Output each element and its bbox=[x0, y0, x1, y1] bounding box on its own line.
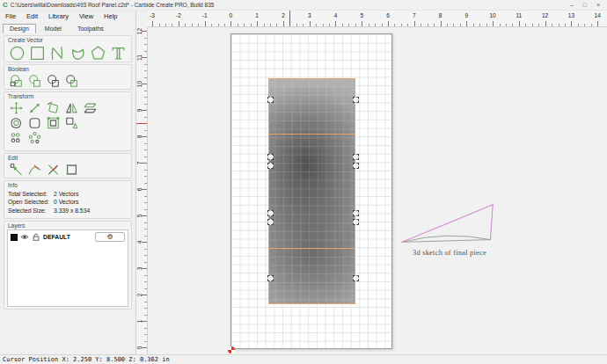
ruler-label: 9 bbox=[460, 12, 472, 18]
ruler-tick bbox=[466, 21, 467, 26]
ruler-tick bbox=[264, 24, 265, 26]
layer-row[interactable]: DEFAULT ⚙ bbox=[8, 230, 128, 244]
app-logo-icon: C bbox=[3, 2, 8, 9]
ruler-label: 0 bbox=[224, 12, 237, 18]
ruler-label: 2 bbox=[277, 12, 289, 18]
ruler-label: 10 bbox=[486, 12, 499, 18]
sketch-drawing[interactable] bbox=[396, 200, 503, 246]
info-label: Total Selected: bbox=[8, 191, 54, 197]
boolean-union-icon[interactable] bbox=[9, 74, 24, 88]
shape-divider-line bbox=[269, 248, 355, 249]
ruler-tick bbox=[348, 24, 349, 26]
selection-handle[interactable] bbox=[267, 97, 274, 103]
selection-handle[interactable] bbox=[267, 154, 274, 160]
ruler-tick bbox=[441, 21, 442, 26]
curve-icon[interactable] bbox=[49, 45, 66, 62]
boolean-intersect-icon[interactable] bbox=[46, 74, 61, 88]
ruler-label: 4 bbox=[329, 12, 341, 18]
maximize-button[interactable]: □ bbox=[583, 1, 587, 10]
layer-lock-icon[interactable] bbox=[32, 233, 40, 241]
selected-model-shape[interactable] bbox=[268, 78, 355, 304]
selection-handle[interactable] bbox=[267, 163, 274, 169]
polygon-icon[interactable] bbox=[90, 45, 106, 62]
nest-icon[interactable] bbox=[64, 116, 79, 130]
move-icon[interactable] bbox=[9, 101, 24, 115]
mirror-icon[interactable] bbox=[64, 101, 79, 115]
close-button[interactable]: × bbox=[596, 1, 600, 10]
selection-handle[interactable] bbox=[353, 275, 359, 281]
join-icon[interactable] bbox=[64, 163, 79, 177]
layer-color-swatch[interactable] bbox=[11, 234, 18, 241]
selection-handle[interactable] bbox=[353, 154, 359, 160]
align-icon[interactable] bbox=[46, 116, 61, 130]
rectangle-icon[interactable] bbox=[29, 45, 46, 62]
closed-curve-icon[interactable] bbox=[69, 45, 86, 62]
ruler-tick bbox=[486, 24, 487, 26]
ruler-tick bbox=[310, 21, 311, 26]
ruler-tick bbox=[144, 262, 147, 263]
ruler-label: 8 bbox=[136, 131, 144, 142]
ruler-tick bbox=[532, 24, 533, 26]
layer-settings-button[interactable]: ⚙ bbox=[95, 232, 125, 242]
selection-handle[interactable] bbox=[353, 219, 359, 225]
ruler-tick bbox=[421, 24, 421, 26]
ruler-tick bbox=[447, 24, 448, 26]
ruler-tick bbox=[296, 24, 297, 26]
ruler-tick bbox=[152, 21, 153, 26]
curve-edit-icon[interactable] bbox=[27, 163, 42, 177]
selection-handle[interactable] bbox=[267, 219, 274, 225]
minimize-button[interactable]: – bbox=[570, 1, 574, 10]
ruler-tick bbox=[257, 21, 258, 26]
ruler-label: 12 bbox=[539, 12, 552, 18]
text-icon[interactable] bbox=[110, 45, 127, 62]
ruler-tick bbox=[584, 24, 585, 26]
node-edit-icon[interactable] bbox=[9, 163, 24, 177]
sketch-annotation[interactable]: 3d sketch of final piece bbox=[396, 200, 503, 257]
fillet-icon[interactable] bbox=[27, 116, 42, 130]
annotation-text[interactable]: 3d sketch of final piece bbox=[396, 248, 503, 257]
menu-library[interactable]: Library bbox=[43, 12, 74, 20]
ruler-tick bbox=[388, 21, 389, 26]
rotate-icon[interactable] bbox=[46, 101, 61, 115]
info-value: 3.339 x 8.534 bbox=[54, 207, 90, 214]
ruler-label: 7 bbox=[408, 12, 421, 18]
ruler-label: 11 bbox=[513, 12, 525, 18]
tab-toolpaths[interactable]: Toolpaths bbox=[70, 24, 111, 33]
ruler-tick bbox=[144, 157, 147, 157]
app-window: C C:\Users\willa\Downloads\493 Roof Pane… bbox=[0, 0, 607, 364]
section-title-info: Info bbox=[8, 182, 128, 188]
design-canvas[interactable]: 3d sketch of final piece bbox=[148, 27, 607, 354]
menu-help[interactable]: Help bbox=[99, 12, 122, 20]
ruler-tick bbox=[144, 288, 147, 289]
ruler-tick bbox=[179, 21, 179, 26]
tab-design[interactable]: Design bbox=[3, 24, 36, 33]
layers-list: DEFAULT ⚙ bbox=[7, 229, 128, 307]
selection-handle[interactable] bbox=[267, 275, 274, 281]
ruler-tick bbox=[525, 24, 526, 26]
selection-handle[interactable] bbox=[353, 97, 359, 103]
layer-visibility-icon[interactable] bbox=[20, 233, 29, 241]
ruler-label: 10 bbox=[136, 78, 144, 89]
selection-handle[interactable] bbox=[353, 210, 359, 216]
menu-file[interactable]: File bbox=[0, 12, 21, 20]
stock-area[interactable] bbox=[230, 33, 392, 349]
circle-icon[interactable] bbox=[9, 45, 26, 62]
selection-handle[interactable] bbox=[353, 163, 359, 169]
ruler-label: 7 bbox=[136, 157, 144, 168]
boolean-cut-icon[interactable] bbox=[64, 74, 79, 88]
selection-handle[interactable] bbox=[267, 210, 274, 216]
circular-array-icon[interactable] bbox=[27, 131, 42, 145]
boolean-subtract-icon[interactable] bbox=[27, 74, 42, 88]
scale-icon[interactable] bbox=[27, 101, 42, 115]
ruler-tick bbox=[144, 183, 147, 184]
ruler-tick bbox=[205, 21, 206, 26]
menu-edit[interactable]: Edit bbox=[21, 12, 43, 20]
shear-icon[interactable] bbox=[83, 101, 98, 115]
grid-array-icon[interactable] bbox=[9, 131, 24, 145]
ruler-tick bbox=[506, 24, 507, 26]
tab-model[interactable]: Model bbox=[38, 24, 69, 33]
menu-view[interactable]: View bbox=[74, 12, 99, 20]
ruler-tick bbox=[144, 38, 147, 39]
offset-icon[interactable] bbox=[9, 116, 24, 130]
trim-icon[interactable] bbox=[46, 163, 61, 177]
